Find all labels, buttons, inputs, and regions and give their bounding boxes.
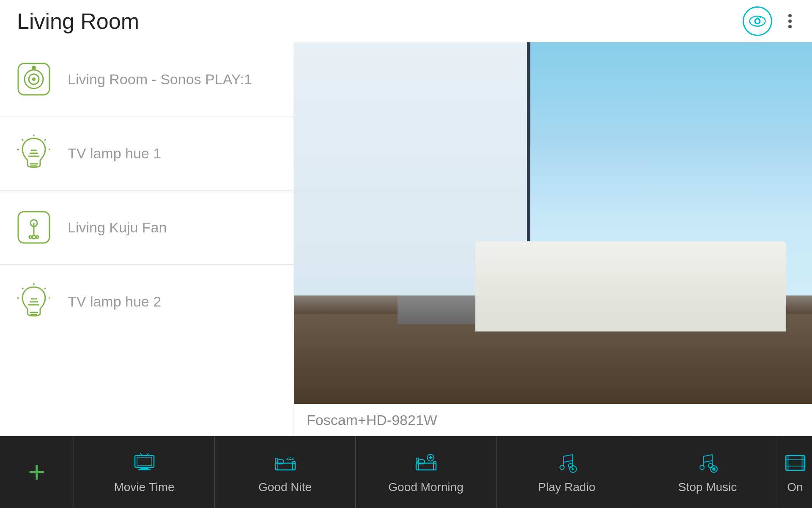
header-actions (743, 6, 795, 36)
bottom-bar: + Movie Time (0, 436, 812, 508)
device-item-sonos[interactable]: Living Room - Sonos PLAY:1 (0, 42, 294, 116)
fan-icon (13, 206, 55, 248)
room-sofa (475, 241, 786, 332)
scene-label-play-radio: Play Radio (538, 480, 595, 494)
add-scene-button[interactable]: + (0, 436, 74, 508)
scene-item-stop-music[interactable]: Stop Music (637, 436, 778, 508)
page-title: Living Room (17, 8, 139, 34)
scene-item-good-nite[interactable]: zzz Good Nite (215, 436, 356, 508)
svg-rect-66 (786, 456, 789, 470)
movie-time-icon (132, 450, 157, 475)
svg-point-7 (32, 66, 36, 70)
device-name-fan: Living Kuju Fan (68, 219, 167, 236)
svg-rect-39 (137, 457, 152, 466)
scene-item-good-morning[interactable]: Good Morning (356, 436, 497, 508)
scene-item-on[interactable]: On (778, 436, 812, 508)
device-item-lamp1[interactable]: TV lamp hue 1 (0, 116, 294, 190)
scene-item-play-radio[interactable]: Play Radio (497, 436, 637, 508)
scene-label-stop-music: Stop Music (678, 480, 737, 494)
good-nite-icon: zzz (272, 450, 298, 475)
svg-rect-64 (712, 467, 715, 470)
svg-point-23 (36, 236, 38, 238)
more-dot (788, 19, 792, 23)
header: Living Room (0, 0, 812, 42)
device-name-sonos: Living Room - Sonos PLAY:1 (68, 71, 252, 88)
eye-icon-button[interactable] (743, 6, 772, 36)
device-name-lamp2: TV lamp hue 2 (68, 293, 161, 310)
svg-point-22 (29, 236, 32, 238)
svg-line-27 (22, 288, 23, 289)
scene-label-movie-time: Movie Time (114, 480, 174, 494)
main-content: Living Room - Sonos PLAY:1 (0, 42, 812, 436)
svg-line-28 (44, 288, 46, 289)
scene-items: Movie Time zzz Good Nite (74, 436, 812, 508)
camera-name: Foscam+HD-9821W (307, 412, 437, 428)
svg-rect-36 (138, 469, 151, 470)
svg-rect-47 (416, 458, 419, 470)
on-icon (782, 450, 808, 475)
good-morning-icon (413, 450, 439, 475)
scene-label-good-nite: Good Nite (258, 480, 312, 494)
camera-label: Foscam+HD-9821W (294, 404, 812, 436)
device-item-fan[interactable]: Living Kuju Fan (0, 190, 294, 265)
svg-line-12 (44, 139, 46, 141)
bulb-icon-1 (13, 132, 55, 174)
add-plus-icon: + (28, 457, 46, 487)
svg-line-11 (22, 139, 23, 141)
svg-rect-35 (140, 467, 148, 469)
bulb-icon-2 (13, 281, 55, 323)
svg-rect-67 (801, 456, 805, 470)
svg-point-2 (756, 19, 759, 23)
eye-icon (749, 12, 766, 30)
svg-marker-58 (572, 468, 575, 470)
more-dot (788, 14, 792, 17)
scene-label-good-morning: Good Morning (388, 480, 463, 494)
camera-panel: Foscam+HD-9821W (294, 42, 812, 436)
scene-item-movie-time[interactable]: Movie Time (74, 436, 215, 508)
more-options-button[interactable] (785, 11, 795, 32)
device-name-lamp1: TV lamp hue 1 (68, 145, 161, 162)
scene-label-on: On (787, 480, 803, 494)
camera-feed (294, 42, 812, 404)
svg-rect-42 (275, 458, 278, 470)
svg-text:zzz: zzz (286, 455, 294, 461)
svg-point-6 (32, 77, 36, 81)
svg-point-21 (32, 235, 36, 239)
device-item-lamp2[interactable]: TV lamp hue 2 (0, 265, 294, 339)
play-radio-icon (554, 450, 579, 475)
device-list: Living Room - Sonos PLAY:1 (0, 42, 294, 436)
stop-music-icon (695, 450, 720, 475)
more-dot (788, 25, 792, 28)
speaker-icon (13, 58, 55, 100)
